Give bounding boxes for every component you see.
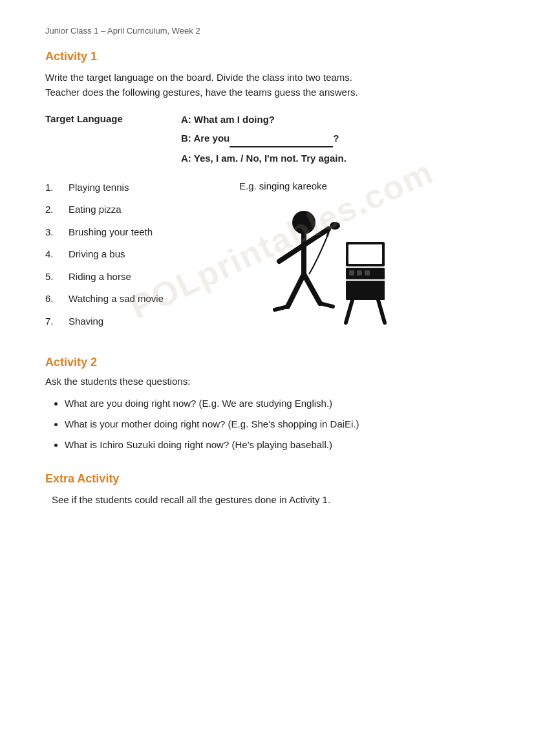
list-item: 1.Playing tennis <box>45 180 226 195</box>
list-num: 2. <box>45 202 69 217</box>
target-line-b: B: Are you ? <box>181 131 347 147</box>
svg-rect-13 <box>349 270 354 275</box>
svg-rect-15 <box>365 270 370 275</box>
svg-line-17 <box>346 300 352 323</box>
list-item: 2.Eating pizza <box>45 202 226 217</box>
activity1-title: Activity 1 <box>45 50 489 63</box>
list-item: 7.Shaving <box>45 314 226 329</box>
activity1-description: Write the target language on the board. … <box>45 70 489 100</box>
target-line-a1: A: What am I doing? <box>181 112 347 127</box>
list-item: 6.Watching a sad movie <box>45 292 226 307</box>
list-item-text: Playing tennis <box>69 180 129 195</box>
target-language-label: Target Language <box>45 112 181 166</box>
document-header: Junior Class 1 – April Curriculum, Week … <box>45 26 489 36</box>
list-num: 3. <box>45 225 69 240</box>
list-num: 7. <box>45 314 69 329</box>
list-item: 5.Riding a horse <box>45 270 226 285</box>
list-item-text: Driving a bus <box>69 247 125 262</box>
activity2-title: Activity 2 <box>45 356 489 369</box>
svg-line-8 <box>275 307 288 310</box>
line-b-end: ? <box>333 133 339 144</box>
eg-label: E.g. singing kareoke <box>239 180 327 191</box>
question-item: What is Ichiro Suzuki doing right now? (… <box>65 437 489 453</box>
list-item-text: Riding a horse <box>69 270 131 285</box>
list-item-text: Brushing your teeth <box>69 225 153 240</box>
question-item: What are you doing right now? (E.g. We a… <box>65 396 489 411</box>
list-item-text: Shaving <box>69 314 103 329</box>
activity1-desc-line1: Write the target language on the board. … <box>45 72 352 83</box>
svg-rect-16 <box>346 281 385 300</box>
activity1-right: E.g. singing kareoke <box>226 180 489 337</box>
list-num: 6. <box>45 292 69 307</box>
activity2-questions: What are you doing right now? (E.g. We a… <box>65 396 489 453</box>
activity1-body: 1.Playing tennis2.Eating pizza3.Brushing… <box>45 180 489 337</box>
svg-line-3 <box>279 245 304 261</box>
target-language-section: Target Language A: What am I doing? B: A… <box>45 112 489 166</box>
list-item: 3.Brushing your teeth <box>45 225 226 240</box>
extra-activity-description: See if the students could recall all the… <box>45 492 489 508</box>
svg-point-0 <box>292 211 315 234</box>
list-item: 4.Driving a bus <box>45 247 226 262</box>
svg-line-9 <box>320 303 333 307</box>
activity2-description: Ask the students these questions: <box>45 376 489 387</box>
list-num: 5. <box>45 270 69 285</box>
line-b-text: B: Are you <box>181 133 230 144</box>
svg-line-18 <box>378 300 385 323</box>
list-num: 1. <box>45 180 69 195</box>
extra-activity-title: Extra Activity <box>45 472 489 486</box>
svg-line-6 <box>288 274 304 307</box>
target-line-a2: A: Yes, I am. / No, I'm not. Try again. <box>181 151 347 166</box>
activity1-desc-line2: Teacher does the following gestures, hav… <box>45 87 358 98</box>
activity-list: 1.Playing tennis2.Eating pizza3.Brushing… <box>45 180 226 337</box>
svg-rect-11 <box>348 244 382 264</box>
list-item-text: Eating pizza <box>69 202 122 217</box>
svg-rect-14 <box>357 270 362 275</box>
svg-point-4 <box>330 222 340 230</box>
target-language-content: A: What am I doing? B: Are you ? A: Yes,… <box>181 112 347 166</box>
question-item: What is your mother doing right now? (E.… <box>65 416 489 432</box>
activity2-section: Activity 2 Ask the students these questi… <box>45 356 489 453</box>
singer-illustration <box>239 203 394 332</box>
fill-blank <box>230 131 333 147</box>
extra-activity-section: Extra Activity See if the students could… <box>45 472 489 508</box>
list-num: 4. <box>45 247 69 262</box>
list-item-text: Watching a sad movie <box>69 292 164 307</box>
svg-line-7 <box>304 274 320 303</box>
